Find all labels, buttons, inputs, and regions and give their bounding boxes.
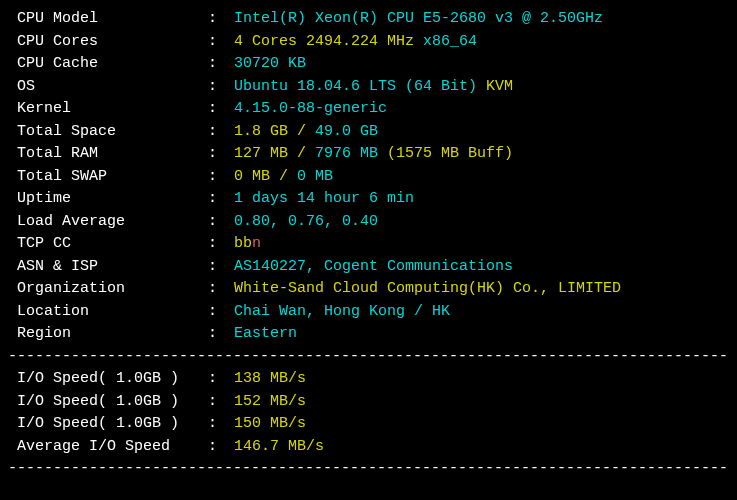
- colon-separator: :: [208, 368, 226, 391]
- system-info-block: CPU Model : Intel(R) Xeon(R) CPU E5-2680…: [8, 8, 729, 346]
- colon-separator: :: [208, 233, 226, 256]
- value-part: 138 MB/s: [234, 370, 306, 387]
- row-label: Organization: [8, 278, 208, 301]
- value-part: 49.0 GB: [315, 123, 378, 140]
- row-value: Eastern: [234, 323, 297, 346]
- row-value: White-Sand Cloud Computing(HK) Co., LIMI…: [234, 278, 621, 301]
- info-row: Uptime : 1 days 14 hour 6 min: [8, 188, 729, 211]
- row-value: 146.7 MB/s: [234, 436, 324, 459]
- row-value: 4.15.0-88-generic: [234, 98, 387, 121]
- colon-separator: :: [208, 391, 226, 414]
- colon-separator: :: [208, 143, 226, 166]
- value-part: Intel(R) Xeon(R) CPU E5-2680 v3 @ 2.50GH…: [234, 10, 603, 27]
- value-part: 127 MB /: [234, 145, 315, 162]
- info-row: Region : Eastern: [8, 323, 729, 346]
- colon-separator: :: [208, 98, 226, 121]
- row-label: CPU Cache: [8, 53, 208, 76]
- row-value: 152 MB/s: [234, 391, 306, 414]
- row-value: 150 MB/s: [234, 413, 306, 436]
- value-part: x86_64: [423, 33, 477, 50]
- value-part: Eastern: [234, 325, 297, 342]
- info-row: Load Average : 0.80, 0.76, 0.40: [8, 211, 729, 234]
- colon-separator: :: [208, 323, 226, 346]
- row-label: Total Space: [8, 121, 208, 144]
- info-row: CPU Model : Intel(R) Xeon(R) CPU E5-2680…: [8, 8, 729, 31]
- info-row: Organization : White-Sand Cloud Computin…: [8, 278, 729, 301]
- colon-separator: :: [208, 121, 226, 144]
- value-part: 0 MB: [297, 168, 333, 185]
- row-label: CPU Model: [8, 8, 208, 31]
- row-label: OS: [8, 76, 208, 99]
- colon-separator: :: [208, 166, 226, 189]
- value-part: 150 MB/s: [234, 415, 306, 432]
- info-row: Kernel : 4.15.0-88-generic: [8, 98, 729, 121]
- row-value: 0.80, 0.76, 0.40: [234, 211, 378, 234]
- row-label: Uptime: [8, 188, 208, 211]
- value-part: Ubuntu 18.04.6 LTS (64 Bit): [234, 78, 486, 95]
- row-value: 0 MB / 0 MB: [234, 166, 333, 189]
- info-row: Total SWAP : 0 MB / 0 MB: [8, 166, 729, 189]
- value-part: 4 Cores 2494.224 MHz: [234, 33, 423, 50]
- value-part: AS140227, Cogent Communications: [234, 258, 513, 275]
- row-label: Total RAM: [8, 143, 208, 166]
- value-part: (1575 MB Buff): [387, 145, 513, 162]
- info-row: Average I/O Speed : 146.7 MB/s: [8, 436, 729, 459]
- io-speed-block: I/O Speed( 1.0GB ) : 138 MB/s I/O Speed(…: [8, 368, 729, 458]
- colon-separator: :: [208, 413, 226, 436]
- value-part: bb: [234, 235, 252, 252]
- value-part: n: [252, 235, 261, 252]
- row-label: I/O Speed( 1.0GB ): [8, 368, 208, 391]
- row-value: bbn: [234, 233, 261, 256]
- row-label: CPU Cores: [8, 31, 208, 54]
- row-label: I/O Speed( 1.0GB ): [8, 391, 208, 414]
- row-label: Average I/O Speed: [8, 436, 208, 459]
- colon-separator: :: [208, 8, 226, 31]
- row-label: TCP CC: [8, 233, 208, 256]
- info-row: Total Space : 1.8 GB / 49.0 GB: [8, 121, 729, 144]
- value-part: 1.8 GB /: [234, 123, 315, 140]
- row-value: 1.8 GB / 49.0 GB: [234, 121, 378, 144]
- info-row: I/O Speed( 1.0GB ) : 152 MB/s: [8, 391, 729, 414]
- colon-separator: :: [208, 31, 226, 54]
- info-row: OS : Ubuntu 18.04.6 LTS (64 Bit) KVM: [8, 76, 729, 99]
- info-row: I/O Speed( 1.0GB ) : 138 MB/s: [8, 368, 729, 391]
- row-label: ASN & ISP: [8, 256, 208, 279]
- row-value: Chai Wan, Hong Kong / HK: [234, 301, 450, 324]
- info-row: Location : Chai Wan, Hong Kong / HK: [8, 301, 729, 324]
- row-label: Kernel: [8, 98, 208, 121]
- value-part: 0.80, 0.76, 0.40: [234, 213, 378, 230]
- row-value: 1 days 14 hour 6 min: [234, 188, 414, 211]
- row-value: 127 MB / 7976 MB (1575 MB Buff): [234, 143, 513, 166]
- info-row: CPU Cache : 30720 KB: [8, 53, 729, 76]
- row-value: 30720 KB: [234, 53, 306, 76]
- value-part: 1 days 14 hour 6 min: [234, 190, 414, 207]
- row-label: I/O Speed( 1.0GB ): [8, 413, 208, 436]
- value-part: Chai Wan, Hong Kong / HK: [234, 303, 450, 320]
- colon-separator: :: [208, 256, 226, 279]
- info-row: CPU Cores : 4 Cores 2494.224 MHz x86_64: [8, 31, 729, 54]
- colon-separator: :: [208, 76, 226, 99]
- colon-separator: :: [208, 188, 226, 211]
- colon-separator: :: [208, 211, 226, 234]
- value-part: 0 MB /: [234, 168, 297, 185]
- value-part: 152 MB/s: [234, 393, 306, 410]
- value-part: White-Sand Cloud Computing(HK) Co., LIMI…: [234, 280, 621, 297]
- colon-separator: :: [208, 436, 226, 459]
- colon-separator: :: [208, 53, 226, 76]
- row-value: 138 MB/s: [234, 368, 306, 391]
- row-label: Total SWAP: [8, 166, 208, 189]
- row-value: Ubuntu 18.04.6 LTS (64 Bit) KVM: [234, 76, 513, 99]
- value-part: 146.7 MB/s: [234, 438, 324, 455]
- info-row: Total RAM : 127 MB / 7976 MB (1575 MB Bu…: [8, 143, 729, 166]
- value-part: 30720 KB: [234, 55, 306, 72]
- row-label: Region: [8, 323, 208, 346]
- value-part: KVM: [486, 78, 513, 95]
- row-value: Intel(R) Xeon(R) CPU E5-2680 v3 @ 2.50GH…: [234, 8, 603, 31]
- value-part: 4.15.0-88-generic: [234, 100, 387, 117]
- divider-line: ----------------------------------------…: [8, 346, 729, 369]
- divider-line: ----------------------------------------…: [8, 458, 729, 481]
- info-row: TCP CC : bbn: [8, 233, 729, 256]
- info-row: ASN & ISP : AS140227, Cogent Communicati…: [8, 256, 729, 279]
- colon-separator: :: [208, 278, 226, 301]
- row-value: AS140227, Cogent Communications: [234, 256, 513, 279]
